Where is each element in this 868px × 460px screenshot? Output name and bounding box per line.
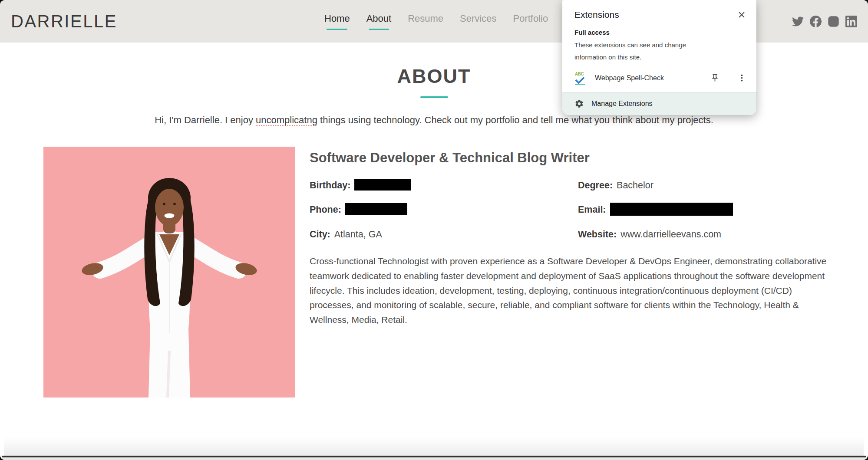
nav-item-home[interactable]: Home: [324, 13, 350, 30]
extensions-popup-title: Extensions: [574, 10, 736, 20]
intro-text: Hi, I'm Darrielle. I enjoy uncomplicatng…: [0, 115, 868, 126]
instagram-icon[interactable]: [827, 15, 839, 27]
title-divider: [420, 96, 448, 98]
intro-after: things using technology. Check out my po…: [317, 115, 713, 125]
field-birthday: Birthday:: [310, 179, 578, 192]
redaction-bar: [610, 203, 733, 216]
nav-item-resume[interactable]: Resume: [408, 13, 443, 30]
profile-section: Software Developer & Technical Blog Writ…: [43, 147, 828, 398]
bio-paragraph: Cross-functional Technologist with prove…: [310, 254, 828, 327]
more-options-icon[interactable]: [734, 70, 749, 86]
info-grid: Birthday: Degree:Bachelor Phone: Email: …: [310, 179, 828, 241]
field-email: Email:: [578, 203, 828, 217]
profile-subtitle: Software Developer & Technical Blog Writ…: [310, 150, 828, 166]
nav-item-services[interactable]: Services: [460, 13, 496, 30]
field-value: Atlanta, GA: [334, 229, 382, 240]
main-nav: Home About Resume Services Portfolio: [324, 0, 548, 43]
misspelled-word: uncomplicatng: [256, 115, 317, 125]
profile-details: Software Developer & Technical Blog Writ…: [310, 147, 828, 398]
close-icon[interactable]: [736, 10, 747, 20]
nav-active-underline: [369, 29, 389, 30]
nav-item-portfolio[interactable]: Portfolio: [513, 13, 548, 30]
field-website: Website:www.darrielleevans.com: [578, 228, 828, 241]
linkedin-icon[interactable]: [845, 15, 857, 27]
browser-viewport: DARRIELLE Home About Resume Services Por…: [0, 0, 868, 460]
manage-extensions-button[interactable]: Manage Extensions: [562, 92, 756, 115]
extension-name: Webpage Spell-Check: [595, 74, 707, 82]
spellcheck-extension-icon: ABC: [574, 72, 587, 85]
gear-icon: [574, 99, 584, 108]
manage-extensions-label: Manage Extensions: [591, 100, 653, 108]
nav-label: Home: [324, 13, 350, 24]
nav-label: Portfolio: [513, 13, 548, 24]
redaction-bar: [345, 203, 407, 215]
extension-row: ABC Webpage Spell-Check: [574, 70, 749, 86]
field-city: City:Atlanta, GA: [310, 228, 578, 241]
field-phone: Phone:: [310, 203, 578, 217]
nav-active-underline: [327, 29, 347, 30]
social-links: [792, 0, 857, 43]
field-degree: Degree:Bachelor: [578, 179, 828, 192]
nav-label: Services: [460, 13, 496, 24]
extensions-popup: Extensions Full access These extensions …: [562, 0, 756, 115]
full-access-description: These extensions can see and change info…: [574, 39, 718, 63]
facebook-icon[interactable]: [809, 15, 822, 27]
twitter-icon[interactable]: [792, 15, 804, 27]
full-access-heading: Full access: [574, 29, 744, 36]
field-value: www.darrielleevans.com: [620, 229, 721, 240]
extensions-popup-header: Extensions: [562, 0, 756, 22]
pin-icon[interactable]: [707, 70, 723, 86]
redaction-bar: [354, 179, 411, 191]
nav-label: About: [366, 13, 392, 24]
nav-item-about[interactable]: About: [366, 13, 392, 30]
field-value: Bachelor: [617, 180, 653, 191]
window-bottom-margin: [0, 457, 868, 460]
nav-label: Resume: [408, 13, 443, 24]
profile-photo: [43, 147, 295, 398]
site-logo[interactable]: DARRIELLE: [11, 12, 117, 31]
intro-before: Hi, I'm Darrielle. I enjoy: [155, 115, 256, 125]
page-bottom-fade: [4, 437, 864, 456]
